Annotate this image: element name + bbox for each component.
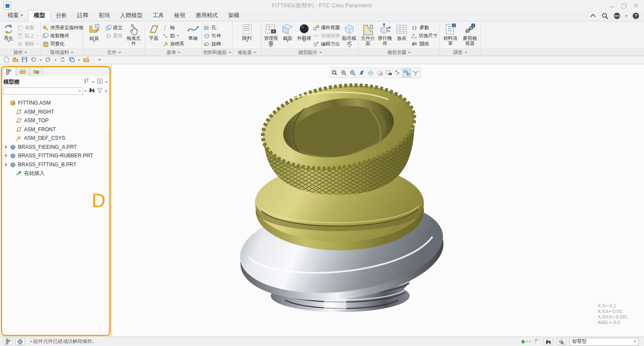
refit-icon[interactable]	[357, 69, 366, 77]
tab-tools[interactable]: 工具	[148, 10, 169, 21]
group-label-cut-surface[interactable]: 切割和曲面	[202, 48, 232, 56]
saved-orientations-icon[interactable]	[375, 69, 384, 77]
redo-caret[interactable]	[54, 60, 57, 61]
annotation-display-icon[interactable]	[402, 69, 411, 77]
paste-button[interactable]: 貼上	[17, 33, 39, 39]
search-model-button[interactable]	[556, 338, 566, 345]
help-icon[interactable]: ?	[632, 12, 640, 20]
favorites-tab[interactable]	[30, 66, 43, 76]
toggle-model-tree-button[interactable]	[3, 338, 13, 345]
bill-of-materials-button[interactable]: i 材料清單	[441, 23, 460, 46]
view-manager-icon[interactable]	[384, 69, 393, 77]
tab-analysis[interactable]: 分析	[51, 10, 72, 21]
hole-button[interactable]: 孔	[204, 24, 221, 31]
model-tree-tab[interactable]	[3, 66, 15, 76]
pattern-button[interactable]: 陣列	[237, 23, 257, 42]
group-label-investigate[interactable]: 調查	[440, 48, 481, 56]
zoom-region-icon[interactable]	[330, 69, 339, 77]
window-switch-icon[interactable]	[69, 57, 75, 64]
window-switch-caret[interactable]	[78, 60, 80, 61]
save-icon[interactable]	[21, 57, 27, 64]
regenerate-button[interactable]: 再生	[2, 23, 15, 42]
restore-button[interactable]	[621, 3, 627, 8]
tab-view[interactable]: 檢視	[169, 10, 190, 21]
tab-model[interactable]: 模型	[28, 10, 51, 21]
undo-caret[interactable]	[39, 60, 42, 61]
repeat-button[interactable]: 重複	[106, 33, 123, 39]
section-button[interactable]: 截面	[280, 23, 295, 42]
shrinkwrap-button[interactable]: 羽量化	[42, 41, 83, 47]
tab-manikin[interactable]: 人體模型	[115, 10, 148, 21]
group-label-component[interactable]: 元件	[83, 48, 145, 56]
tab-applications[interactable]: 應用程式	[190, 10, 223, 21]
extrude-button[interactable]: 引伸	[204, 33, 221, 39]
display-style-toolbar-icon[interactable]	[366, 69, 375, 77]
tab-annotate[interactable]: 註釋	[72, 10, 94, 21]
tab-file[interactable]: 檔案	[3, 10, 28, 21]
zoom-in-icon[interactable]	[339, 69, 348, 77]
switch-state-button[interactable]: 切換狀態	[313, 33, 340, 39]
relations-button[interactable]: d=關係	[411, 41, 438, 47]
tree-item-asm-front[interactable]: ASM_FRONT	[4, 125, 111, 134]
copy-button[interactable]: 複製	[17, 24, 39, 31]
appearance-gallery-button[interactable]: 外觀庫	[297, 23, 312, 42]
drag-components-button[interactable]: 拖曳元件	[124, 23, 143, 46]
tree-tools-caret[interactable]	[92, 81, 94, 83]
toggle-browser-button[interactable]	[15, 338, 25, 345]
expand-arrow[interactable]	[4, 145, 8, 149]
redo-icon[interactable]	[45, 57, 51, 64]
undo-icon[interactable]	[30, 57, 36, 64]
zoom-out-icon[interactable]	[348, 69, 357, 77]
sync-dropdown-caret[interactable]	[625, 15, 628, 17]
tree-item-brass-fieeing-a[interactable]: BRASS_FIEEING_A.PRT	[4, 143, 111, 152]
tree-settings-caret[interactable]	[105, 81, 108, 83]
tree-settings-icon[interactable]	[97, 78, 103, 86]
axis-button[interactable]: 軸	[163, 24, 184, 31]
datum-plane-button[interactable]: 平面	[147, 23, 161, 41]
clear-search-icon[interactable]: ×	[77, 88, 82, 93]
edit-position-button[interactable]: 編輯方位	[313, 41, 340, 47]
publish-geometry-button[interactable]: 發行幾何	[377, 23, 392, 46]
copy-geometry-button[interactable]: 複製幾何	[42, 33, 83, 39]
reference-viewer-button[interactable]: i 參照檢視器	[461, 23, 479, 46]
component-interface-button[interactable]: 元件介面	[360, 23, 375, 46]
tab-framework[interactable]: 架構	[223, 10, 245, 21]
regenerate-small-icon[interactable]	[60, 57, 66, 64]
family-table-button[interactable]: 族表	[394, 23, 409, 41]
tree-item-brass-fitting-rubber[interactable]: BRASS_FITTING-RUBBER.PRT	[4, 151, 111, 160]
group-label-modifiers[interactable]: 修改器	[233, 48, 261, 56]
filter-icon[interactable]	[97, 87, 103, 94]
minimize-button[interactable]	[609, 3, 615, 8]
search-options-caret[interactable]	[85, 90, 87, 92]
display-style-button[interactable]: 顯示樣式	[342, 23, 357, 47]
tree-item-assembly[interactable]: FITTING.ASM	[4, 99, 111, 108]
switch-dimensions-button[interactable]: 5切換尺寸	[411, 33, 438, 39]
open-icon[interactable]	[12, 57, 18, 64]
group-label-operations[interactable]: 操作	[0, 48, 40, 56]
close-button[interactable]	[633, 3, 639, 8]
revolve-button[interactable]: 旋轉	[204, 41, 221, 47]
3d-model-brass-fitting[interactable]	[240, 82, 446, 322]
group-label-get-data[interactable]: 取得資料	[41, 48, 83, 56]
expand-arrow[interactable]	[4, 163, 8, 166]
spin-center-icon[interactable]	[411, 69, 420, 77]
datum-display-icon[interactable]	[393, 69, 402, 77]
create-button[interactable]: 建立	[106, 24, 123, 31]
group-label-model-display[interactable]: 模型顯示	[262, 48, 358, 56]
folder-browser-tab[interactable]	[16, 66, 29, 76]
tree-item-asm-right[interactable]: ASM_RIGHT	[4, 108, 111, 117]
delete-button[interactable]: 刪除	[17, 41, 39, 47]
add-filter-icon[interactable]: +	[104, 87, 108, 94]
csys-button[interactable]: 座標系	[163, 41, 184, 47]
selection-filter-dropdown[interactable]: 智慧型	[569, 338, 639, 346]
group-label-model-intent[interactable]: 模型意圖	[359, 48, 439, 56]
tab-render[interactable]: 彩現	[94, 10, 115, 21]
group-label-datum[interactable]: 基準	[145, 48, 202, 56]
tree-tools-icon[interactable]	[83, 78, 90, 86]
close-window-icon[interactable]	[83, 57, 89, 64]
manage-views-button[interactable]: 管理視圖	[263, 23, 278, 47]
new-file-icon[interactable]	[3, 57, 9, 64]
graphics-area[interactable]: X.X+-0.1 X.XX+-0.01 X.XXX+-0.001 ANG.+-0…	[112, 64, 644, 337]
tree-item-asm-def-csys[interactable]: x ASM_DEF_CSYS	[4, 134, 111, 143]
point-button[interactable]: 點	[163, 33, 184, 39]
